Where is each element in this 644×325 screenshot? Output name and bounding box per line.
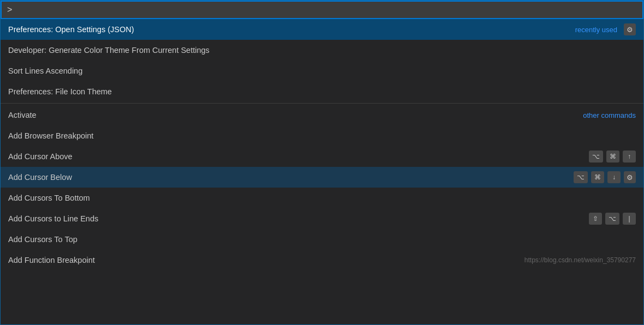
item-label: Preferences: Open Settings (JSON) [8, 25, 575, 34]
search-input[interactable] [7, 5, 637, 15]
item-label: Add Cursor Below [8, 173, 574, 182]
list-item[interactable]: Add Cursors To Top [1, 229, 643, 250]
keyboard-shortcut: ↓ [607, 171, 621, 183]
keyboard-shortcut: | [623, 213, 636, 225]
item-right: recently used⚙ [575, 23, 636, 35]
search-bar[interactable] [1, 1, 643, 19]
item-right: ⌥⌘↓⚙ [574, 171, 636, 183]
gear-icon[interactable]: ⚙ [624, 171, 636, 183]
list-item[interactable]: Sort Lines Ascending [1, 61, 643, 81]
list-item[interactable]: Add Cursors to Line Ends⇧⌥| [1, 208, 643, 229]
item-right: ⇧⌥| [589, 213, 636, 225]
item-label: Preferences: File Icon Theme [8, 87, 636, 96]
url-label: https://blog.csdn.net/weixin_35790277 [524, 256, 636, 264]
list-item[interactable]: Activateother commands [1, 105, 643, 125]
item-label: Add Cursors To Bottom [8, 194, 636, 202]
keyboard-shortcut: ⌘ [591, 171, 604, 183]
list-item[interactable]: Developer: Generate Color Theme From Cur… [1, 40, 643, 61]
item-label: Add Function Breakpoint [8, 256, 524, 264]
recently-used-badge: recently used [575, 26, 617, 34]
keyboard-shortcut: ⇧ [589, 213, 602, 225]
item-right: https://blog.csdn.net/weixin_35790277 [524, 256, 636, 264]
list-item[interactable]: Add Browser Breakpoint [1, 125, 643, 146]
item-label: Add Cursor Above [8, 152, 589, 161]
list-item[interactable]: Preferences: File Icon Theme [1, 81, 643, 102]
list-item[interactable]: Add Cursor Below⌥⌘↓⚙ [1, 167, 643, 188]
item-label: Sort Lines Ascending [8, 67, 636, 75]
keyboard-shortcut: ↑ [623, 151, 636, 162]
command-palette: Preferences: Open Settings (JSON)recentl… [0, 0, 644, 325]
keyboard-shortcut: ⌥ [589, 151, 603, 162]
other-commands-label: other commands [583, 111, 636, 119]
keyboard-shortcut: ⌥ [574, 171, 588, 183]
item-label: Add Browser Breakpoint [8, 131, 636, 140]
divider [1, 103, 643, 104]
item-right: ⌥⌘↑ [589, 151, 636, 162]
keyboard-shortcut: ⌘ [606, 151, 619, 162]
item-label: Add Cursors to Line Ends [8, 214, 589, 223]
results-list: Preferences: Open Settings (JSON)recentl… [1, 19, 643, 324]
item-right: other commands [583, 111, 636, 119]
item-label: Activate [8, 111, 583, 119]
item-label: Developer: Generate Color Theme From Cur… [8, 46, 636, 55]
item-label: Add Cursors To Top [8, 235, 636, 244]
list-item[interactable]: Add Cursors To Bottom [1, 188, 643, 208]
list-item[interactable]: Preferences: Open Settings (JSON)recentl… [1, 19, 643, 40]
list-item[interactable]: Add Function Breakpointhttps://blog.csdn… [1, 250, 643, 270]
gear-icon[interactable]: ⚙ [624, 23, 636, 35]
list-item[interactable]: Add Cursor Above⌥⌘↑ [1, 146, 643, 167]
keyboard-shortcut: ⌥ [605, 213, 619, 225]
